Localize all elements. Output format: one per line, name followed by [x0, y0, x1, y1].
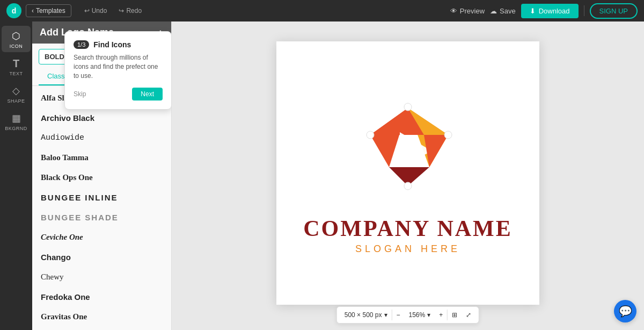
redo-button[interactable]: ↪ Redo	[114, 5, 146, 17]
tooltip-skip-button[interactable]: Skip	[74, 90, 86, 98]
topbar-right: 👁 Preview ☁ Save ⬇ Download SIGN UP	[450, 3, 638, 19]
eye-icon: 👁	[450, 7, 457, 15]
main-layout: ⬡ ICON T TEXT ◇ SHAPE ▦ BKGRND Add Logo …	[0, 21, 644, 330]
app-logo: d	[6, 3, 21, 18]
list-item[interactable]: BUNGEE INLINE	[32, 188, 171, 207]
svg-point-10	[367, 131, 374, 139]
svg-point-8	[444, 131, 452, 139]
preview-button[interactable]: 👁 Preview	[450, 7, 485, 15]
svg-point-7	[404, 103, 412, 111]
canvas-size-button[interactable]: 500 × 500 px ▾	[340, 309, 392, 321]
sidebar-icons: ⬡ ICON T TEXT ◇ SHAPE ▦ BKGRND	[0, 21, 32, 330]
undo-icon: ↩	[84, 7, 90, 15]
list-item[interactable]: Gravitas One	[32, 307, 171, 327]
chevron-left-icon: ‹	[32, 7, 34, 15]
sidebar-item-bkgrnd[interactable]: ▦ BKGRND	[2, 108, 31, 134]
zoom-out-button[interactable]: −	[392, 309, 405, 321]
canvas-wrapper: COMPANY NAME SLOGAN HERE	[276, 41, 539, 305]
chevron-down-icon-zoom: ▾	[427, 311, 430, 319]
list-item[interactable]: Archivo Black	[32, 108, 171, 128]
tooltip-next-button[interactable]: Next	[132, 88, 163, 101]
text-icon: T	[10, 58, 22, 69]
slogan-text[interactable]: SLOGAN HERE	[355, 243, 460, 255]
company-name-text[interactable]: COMPANY NAME	[303, 216, 512, 241]
topbar-separator	[584, 5, 584, 16]
save-button[interactable]: ☁ Save	[490, 7, 516, 15]
zoom-level-button[interactable]: 156% ▾	[405, 309, 435, 321]
list-item[interactable]: Audiowide	[32, 128, 171, 148]
chat-bubble[interactable]: 💬	[614, 300, 636, 322]
list-item[interactable]: Chango	[32, 247, 171, 267]
undo-redo-group: ↩ Undo ↪ Redo	[78, 5, 146, 17]
font-list: Alfa Slab One Archivo Black Audiowide Ba…	[32, 86, 171, 330]
expand-button[interactable]: ⤢	[462, 309, 475, 321]
list-item[interactable]: Chewy	[32, 267, 171, 287]
tooltip-header: 1/3 Find Icons	[74, 40, 163, 49]
signup-button[interactable]: SIGN UP	[590, 3, 638, 19]
download-icon: ⬇	[530, 7, 536, 15]
grid-icon: ⊞	[452, 311, 457, 319]
canvas-frame[interactable]: COMPANY NAME SLOGAN HERE	[276, 41, 539, 305]
sidebar-item-shape[interactable]: ◇ SHAPE	[2, 81, 31, 107]
redo-icon: ↪	[119, 7, 124, 15]
shape-icon: ◇	[10, 85, 22, 97]
bottom-bar: 500 × 500 px ▾ − 156% ▾ + ⊞ ⤢	[336, 306, 479, 324]
svg-point-9	[404, 182, 412, 190]
sidebar-item-icon[interactable]: ⬡ ICON	[2, 26, 31, 52]
list-item[interactable]: Black Ops One	[32, 168, 171, 188]
chevron-down-icon: ▾	[384, 311, 387, 319]
logo-graphic	[354, 92, 462, 199]
download-button[interactable]: ⬇ Download	[521, 4, 579, 18]
list-item[interactable]: Baloo Tamma	[32, 148, 171, 168]
list-item[interactable]: Ceviche One	[32, 227, 171, 247]
zoom-in-button[interactable]: +	[435, 309, 447, 321]
icon-icon: ⬡	[10, 30, 22, 42]
grid-view-button[interactable]: ⊞	[448, 309, 462, 321]
list-item[interactable]: HOLTWOOD ONE SC	[32, 327, 171, 330]
topbar: d ‹ Templates ↩ Undo ↪ Redo 👁 Preview ☁ …	[0, 0, 644, 21]
canvas-area: COMPANY NAME SLOGAN HERE 500 × 500 px ▾ …	[172, 21, 644, 330]
tooltip-popup: 1/3 Find Icons Search through millions o…	[64, 31, 172, 110]
left-panel: Add Logo Name ∧ 1/3 Find Icons Search th…	[32, 21, 172, 330]
templates-button[interactable]: ‹ Templates	[26, 4, 71, 17]
expand-icon: ⤢	[466, 311, 471, 319]
sidebar-item-text[interactable]: T TEXT	[2, 53, 31, 80]
list-item[interactable]: BUNGEE SHADE	[32, 207, 171, 227]
undo-button[interactable]: ↩ Undo	[80, 5, 112, 17]
cloud-icon: ☁	[490, 7, 497, 15]
chat-icon: 💬	[619, 305, 632, 318]
background-icon: ▦	[10, 112, 22, 124]
list-item[interactable]: Fredoka One	[32, 287, 171, 307]
tooltip-actions: Skip Next	[74, 88, 163, 101]
